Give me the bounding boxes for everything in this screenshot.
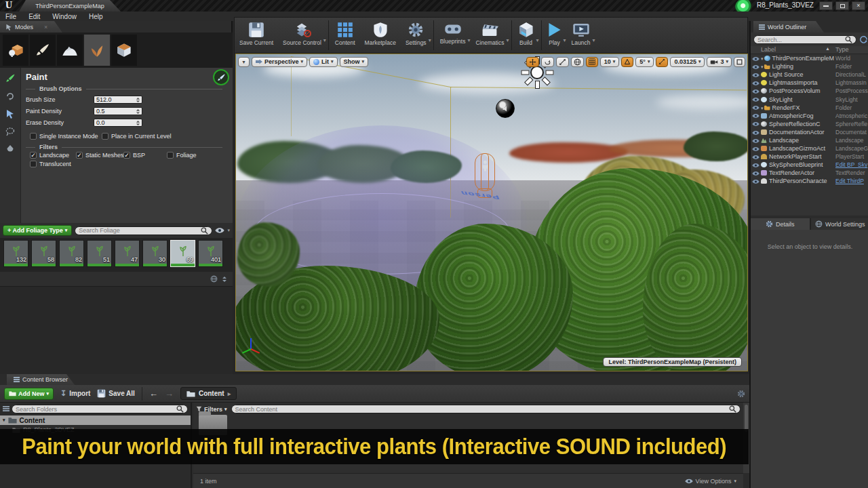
minimize-button[interactable]	[819, 1, 833, 10]
mode-place-button[interactable]	[3, 35, 28, 66]
search-foliage-input[interactable]: Search Foliage	[75, 226, 212, 235]
visibility-eye-icon[interactable]	[751, 87, 761, 94]
forward-arrow-button[interactable]: →	[165, 388, 174, 399]
field-input[interactable]: 0.5	[94, 107, 142, 115]
mode-foliage-button[interactable]	[84, 35, 110, 66]
caret-down-icon[interactable]: ▾	[507, 37, 509, 43]
checkbox[interactable]	[30, 161, 37, 167]
import-button[interactable]: ↧ Import	[60, 389, 90, 398]
content-view-options-button[interactable]: View Options ▾	[685, 478, 736, 485]
menu-item[interactable]: Edit	[28, 13, 40, 20]
collapse-sources-icon[interactable]	[3, 406, 9, 412]
instance-info-icon[interactable]	[210, 275, 218, 283]
menu-item[interactable]: File	[5, 13, 16, 20]
outliner-row[interactable]: ThirdPersonExampleM World	[751, 54, 868, 62]
caret-down-icon[interactable]: ▾	[227, 228, 230, 233]
grid-snap-value[interactable]: 10▾	[600, 57, 620, 67]
outliner-row[interactable]: SkyLight SkyLight	[751, 95, 868, 103]
rotate-gizmo-button[interactable]	[541, 57, 554, 67]
scale-snap-value[interactable]: 0.03125▾	[670, 57, 705, 67]
maximize-viewport-button[interactable]	[734, 57, 745, 67]
modes-tab-close-icon[interactable]: ×	[44, 24, 47, 30]
visibility-eye-icon[interactable]	[751, 63, 761, 70]
menu-item[interactable]: Help	[89, 13, 103, 20]
outliner-row[interactable]: RenderFX Folder	[751, 104, 868, 112]
foliage-type-tile[interactable]: 30	[142, 240, 167, 267]
angle-snap-toggle[interactable]	[621, 57, 633, 67]
checkbox[interactable]	[30, 133, 37, 140]
content-browser-tab[interactable]: Content Browser	[7, 374, 75, 385]
checkbox[interactable]	[30, 152, 37, 159]
refresh-icon[interactable]	[859, 35, 868, 44]
foliage-type-tile[interactable]: 401	[198, 240, 223, 267]
visibility-eye-icon[interactable]	[751, 161, 761, 168]
visibility-eye-icon[interactable]	[751, 71, 761, 78]
grid-snap-toggle[interactable]	[586, 57, 598, 67]
foliage-type-tile[interactable]: 69	[170, 240, 195, 267]
scale-snap-toggle[interactable]	[656, 57, 668, 67]
foliage-type-tile[interactable]: 58	[31, 240, 56, 267]
lock-content-browser-icon[interactable]	[737, 390, 745, 398]
world-outliner-tab[interactable]: World Outliner	[753, 21, 824, 33]
caret-down-icon[interactable]: ▾	[429, 37, 431, 43]
build-button[interactable]: Build	[513, 20, 539, 47]
search-content-input[interactable]: Search Content	[231, 405, 741, 413]
angle-snap-value[interactable]: 5°▾	[635, 57, 654, 67]
outliner-row[interactable]: ThirdPersonCharacte Edit ThirdP	[751, 177, 868, 185]
save-all-button[interactable]: Save All	[97, 389, 135, 398]
checkbox[interactable]	[167, 152, 174, 159]
camera-speed-button[interactable]: 3▾	[707, 57, 732, 67]
foliage-type-tile[interactable]: 51	[87, 240, 112, 267]
outliner-row[interactable]: Lighting Folder	[751, 62, 868, 70]
field-input[interactable]: 0.0	[94, 119, 142, 127]
mode-paint-button[interactable]	[30, 35, 56, 66]
outliner-row[interactable]: DocumentationActor Documentat	[751, 128, 868, 136]
outliner-row[interactable]: PostProcessVolum PostProcess	[751, 87, 868, 95]
outliner-search-input[interactable]: Search...	[753, 35, 856, 44]
visibility-eye-icon[interactable]	[751, 153, 761, 160]
visibility-eye-icon[interactable]	[751, 121, 761, 127]
visibility-eye-icon[interactable]	[751, 169, 761, 176]
visibility-eye-icon[interactable]	[751, 79, 761, 86]
scale-gizmo-button[interactable]	[556, 57, 569, 67]
outliner-row[interactable]: LandscapeGizmoAct LandscapeG	[751, 144, 868, 152]
world-settings-tab[interactable]: World Settings	[811, 218, 868, 230]
foliage-type-tile[interactable]: 132	[3, 240, 28, 267]
caret-down-icon[interactable]: ▾	[564, 37, 566, 43]
perspective-button[interactable]: Perspective▾	[252, 57, 307, 67]
outliner-row[interactable]: LightmassImporta LightmassIn	[751, 79, 868, 87]
translate-gizmo-button[interactable]	[526, 57, 539, 67]
add-foliage-type-button[interactable]: + Add Foliage Type▾	[3, 225, 72, 236]
content-button[interactable]: Content	[330, 20, 360, 47]
sort-ascending-icon[interactable]: ▲	[825, 46, 830, 54]
checkbox[interactable]	[102, 133, 108, 140]
world-coordinate-button[interactable]	[571, 57, 584, 67]
back-arrow-button[interactable]: ←	[149, 388, 158, 399]
type-column-header[interactable]: Type	[835, 46, 868, 54]
checkbox[interactable]	[76, 152, 83, 159]
visibility-eye-icon[interactable]	[751, 96, 761, 103]
close-button[interactable]: ×	[852, 1, 865, 10]
outliner-row[interactable]: AtmosphericFog Atmospheric	[751, 112, 868, 120]
folder-tree-item-content[interactable]: ▾ Content	[0, 415, 191, 425]
menu-item[interactable]: Window	[52, 13, 77, 20]
launch-button[interactable]: Launch	[567, 20, 595, 47]
paint-tool-icon[interactable]	[5, 73, 16, 83]
visibility-eye-icon[interactable]	[751, 178, 761, 184]
visibility-eye-icon[interactable]	[751, 55, 761, 62]
visibility-eye-icon[interactable]	[751, 145, 761, 152]
play-button[interactable]: Play	[543, 20, 566, 47]
add-new-button[interactable]: Add New ▾	[4, 388, 54, 400]
modes-tab[interactable]: Modes ×	[0, 21, 62, 33]
spinner-icon[interactable]	[136, 120, 140, 126]
caret-down-icon[interactable]: ▾	[467, 37, 470, 43]
search-folders-input[interactable]: Search Folders	[12, 405, 188, 413]
mode-landscape-button[interactable]	[57, 35, 83, 66]
map-tab[interactable]: ThirdPersonExampleMap	[19, 0, 121, 12]
show-button[interactable]: Show▾	[340, 57, 369, 67]
visibility-eye-icon[interactable]	[751, 113, 761, 119]
list-view-icon[interactable]	[221, 276, 228, 283]
label-column-header[interactable]: Label	[761, 46, 825, 54]
audio-speaker-gizmo[interactable]	[496, 99, 515, 118]
lit-button[interactable]: Lit▾	[309, 57, 338, 67]
